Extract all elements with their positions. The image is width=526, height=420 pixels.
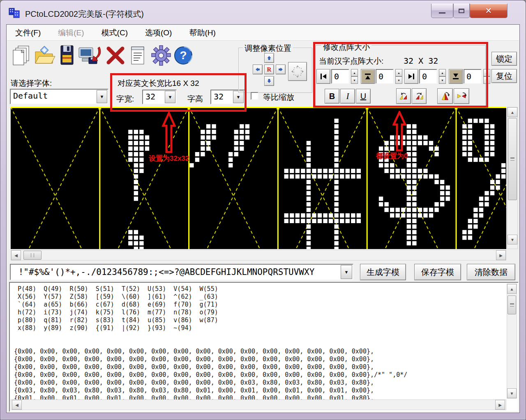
matrix-panel-title: 修改点阵大小	[321, 42, 371, 53]
move-left-button[interactable]	[253, 65, 263, 74]
minimize-icon	[439, 12, 445, 14]
pixel-canvas[interactable]	[11, 107, 506, 249]
svg-text:?: ?	[180, 49, 187, 62]
save-button[interactable]	[58, 44, 76, 68]
menu-item-options[interactable]: 选项(O)	[143, 26, 174, 40]
rotate-left-icon	[399, 90, 408, 103]
close-icon: ✕	[485, 6, 492, 16]
rotate-left-button[interactable]	[396, 88, 411, 104]
char-width-label: 字宽:	[116, 94, 134, 104]
move-up-button[interactable]	[264, 53, 274, 63]
char-strip-dropdown[interactable]: ▼	[341, 265, 352, 279]
char-strip-text: !"#$%&'()*+,-./0123456789:;<=>?@ABCDEFGH…	[13, 265, 338, 279]
char-width-combo[interactable]: 32 ▼	[142, 90, 177, 104]
bold-button[interactable]: B	[325, 89, 339, 104]
matrix-current-value: 32 X 32	[404, 56, 438, 66]
top-edge-icon	[364, 72, 372, 81]
char-strip[interactable]: !"#$%&'()*+,-./0123456789:;<=>?@ABCDEFGH…	[10, 264, 353, 280]
reset-position-button[interactable]: R	[264, 65, 274, 74]
generate-font-button[interactable]: 生成字模	[360, 264, 406, 280]
bottom-margin-input[interactable]	[464, 69, 482, 84]
clear-data-button[interactable]: 清除数据	[467, 264, 515, 280]
left-edge-icon	[319, 72, 328, 81]
spin-down-button[interactable]: ▼	[351, 76, 358, 84]
open-file-icon	[33, 45, 56, 67]
italic-button[interactable]: I	[340, 89, 355, 104]
menu-item-help[interactable]: 帮助(H)	[187, 26, 218, 40]
reset-button[interactable]: 复位	[491, 69, 517, 83]
canvas-h-scrollbar[interactable]: ◀ ▶	[11, 250, 506, 261]
chevron-down-icon[interactable]: ▼	[165, 91, 175, 103]
top-margin-input[interactable]	[376, 69, 394, 84]
spin-up-button[interactable]: ▲	[483, 69, 490, 76]
move-down-button[interactable]	[264, 76, 274, 86]
export-button[interactable]	[77, 44, 103, 68]
save-font-button[interactable]: 保存字模	[414, 264, 461, 280]
flip-horizontal-icon	[457, 90, 466, 103]
h-scroll-thumb[interactable]	[23, 251, 42, 260]
scroll-right-button[interactable]: ▶	[496, 250, 506, 260]
scroll-down-button[interactable]: ▼	[507, 388, 517, 398]
maximize-button[interactable]	[453, 4, 470, 18]
help-button[interactable]: ?	[173, 44, 194, 68]
adjust-right-button[interactable]	[404, 69, 418, 84]
preview-button[interactable]	[288, 62, 307, 81]
matrix-current-label: 当前汉字点阵大小:	[319, 56, 383, 67]
maximize-icon	[459, 9, 464, 13]
v-scroll-thumb[interactable]	[508, 118, 517, 200]
adjust-bottom-button[interactable]	[449, 69, 463, 84]
adjust-top-button[interactable]	[361, 69, 375, 84]
save-icon	[58, 44, 76, 67]
output-v-scrollbar[interactable]: ▲ ▼	[507, 284, 517, 399]
left-margin-input[interactable]	[331, 69, 349, 84]
pixel-canvas-svg[interactable]	[11, 107, 506, 249]
spin-down-button[interactable]: ▼	[395, 76, 402, 84]
spin-up-button[interactable]: ▲	[395, 69, 402, 76]
font-selector-label: 请选择字体:	[11, 78, 52, 89]
code-view-button[interactable]	[129, 44, 146, 68]
scale-checkbox[interactable]	[251, 92, 258, 100]
output-h-scrollbar[interactable]: ◀ ▶	[11, 399, 506, 410]
open-file-button[interactable]	[33, 45, 56, 68]
scroll-up-button[interactable]: ▲	[507, 284, 517, 294]
output-area: P(48) Q(49) R(50) S(51) T(52) U(53) V(54…	[9, 282, 519, 412]
scroll-up-button[interactable]: ▲	[508, 107, 517, 117]
scroll-right-button[interactable]: ▶	[495, 400, 505, 410]
underline-button[interactable]: U	[356, 89, 371, 104]
left-margin-spinner: ▲▼	[351, 69, 358, 84]
minimize-button[interactable]	[431, 4, 453, 18]
scroll-left-button[interactable]: ◀	[11, 250, 21, 260]
menu-item-edit[interactable]: 编辑(E)	[55, 26, 86, 40]
spin-up-button[interactable]: ▲	[351, 69, 358, 76]
adjust-left-button[interactable]	[316, 69, 330, 84]
canvas-v-scrollbar[interactable]: ▲ ▼	[507, 107, 518, 249]
spin-down-button[interactable]: ▼	[439, 76, 446, 84]
flip-horizontal-button[interactable]	[454, 88, 469, 104]
flip-vertical-icon	[440, 90, 450, 103]
scroll-down-button[interactable]: ▼	[508, 235, 517, 245]
right-margin-input[interactable]	[419, 69, 437, 84]
font-selector-combo[interactable]: Default ▼	[10, 89, 108, 104]
flip-vertical-button[interactable]	[437, 88, 453, 104]
right-arrow-icon	[279, 67, 283, 72]
menu-item-mode[interactable]: 模式(C)	[99, 26, 130, 40]
char-height-value: 32	[214, 92, 224, 102]
rotate-right-button[interactable]	[412, 88, 427, 104]
spin-down-button[interactable]: ▼	[483, 76, 490, 84]
delete-button[interactable]	[104, 45, 127, 67]
close-button[interactable]: ✕	[470, 4, 508, 18]
chevron-down-icon[interactable]: ▼	[97, 90, 107, 103]
output-text[interactable]: P(48) Q(49) R(50) S(51) T(52) U(53) V(54…	[14, 285, 407, 402]
spin-up-button[interactable]: ▲	[439, 69, 446, 76]
title-bar[interactable]: PCtoLCD2002完美版-(字符模式) ✕	[0, 0, 526, 24]
new-document-button[interactable]	[11, 44, 31, 68]
menu-item-file[interactable]: 文件(F)	[13, 26, 43, 40]
lock-button[interactable]: 锁定	[491, 52, 517, 66]
annotation-arrow-zero	[392, 111, 406, 152]
font-selector-value: Default	[13, 91, 48, 101]
move-right-button[interactable]	[276, 65, 286, 74]
scroll-left-button[interactable]: ◀	[12, 400, 22, 410]
v-scroll-thumb[interactable]	[508, 295, 516, 314]
settings-button[interactable]	[150, 44, 172, 68]
app-icon	[8, 6, 22, 20]
